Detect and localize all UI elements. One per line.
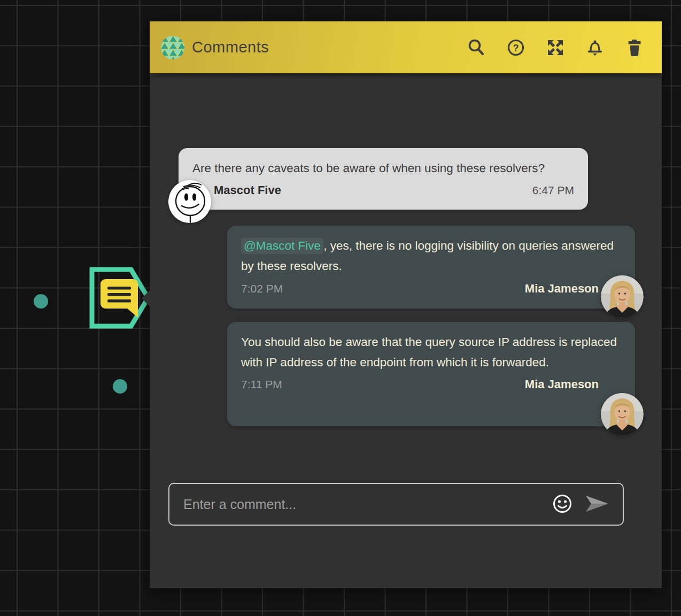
comments-panel: Comments ? [150,21,662,588]
comment-bubble-outgoing: @Mascot Five, yes, there is no logging v… [227,226,635,309]
app-logo-icon [160,35,185,60]
header-toolbar: ? [467,38,644,57]
comment-bubble-outgoing: You should also be aware that the query … [227,322,635,426]
comment-anchor-dot[interactable] [113,379,127,394]
comment-author: Mia Jameson [525,378,599,391]
search-icon[interactable] [467,38,486,57]
send-icon[interactable] [585,494,609,515]
speech-bubble-icon [100,279,138,318]
comment-meta: 7:11 PM Mia Jameson [241,378,621,391]
comment-text: You should also be aware that the query … [241,332,621,373]
avatar-mia-jameson[interactable] [601,275,644,318]
comment-text: Are there any caveats to be aware of whe… [192,158,574,179]
expand-icon[interactable] [546,38,565,57]
panel-header: Comments ? [150,21,662,73]
mention-chip[interactable]: @Mascot Five [241,238,323,254]
comment-timestamp: 6:47 PM [532,184,574,197]
comment-input-placeholder: Enter a comment... [183,497,296,512]
bell-icon[interactable] [585,38,605,57]
comment-timestamp: 7:11 PM [241,378,282,391]
trash-icon[interactable] [625,38,644,57]
comment-author: Mascot Five [214,183,281,197]
avatar-mia-jameson[interactable] [601,393,644,436]
comment-bubble-incoming: Are there any caveats to be aware of whe… [179,148,588,210]
avatar-mascot-five[interactable] [168,180,211,223]
comment-meta: Mascot Five 6:47 PM [192,183,574,197]
comment-timestamp: 7:02 PM [241,282,283,295]
comment-input[interactable]: Enter a comment... [168,483,624,526]
help-icon[interactable]: ? [506,38,525,57]
canvas-background: Comments ? [0,0,681,616]
panel-title: Comments [192,38,269,56]
comment-text: @Mascot Five, yes, there is no logging v… [241,236,621,276]
emoji-icon[interactable] [552,494,572,515]
comment-author: Mia Jameson [525,282,599,296]
svg-text:?: ? [513,42,519,53]
comment-meta: 7:02 PM Mia Jameson [241,282,621,296]
panel-pointer [142,290,150,306]
comment-anchor-dot[interactable] [34,294,48,309]
